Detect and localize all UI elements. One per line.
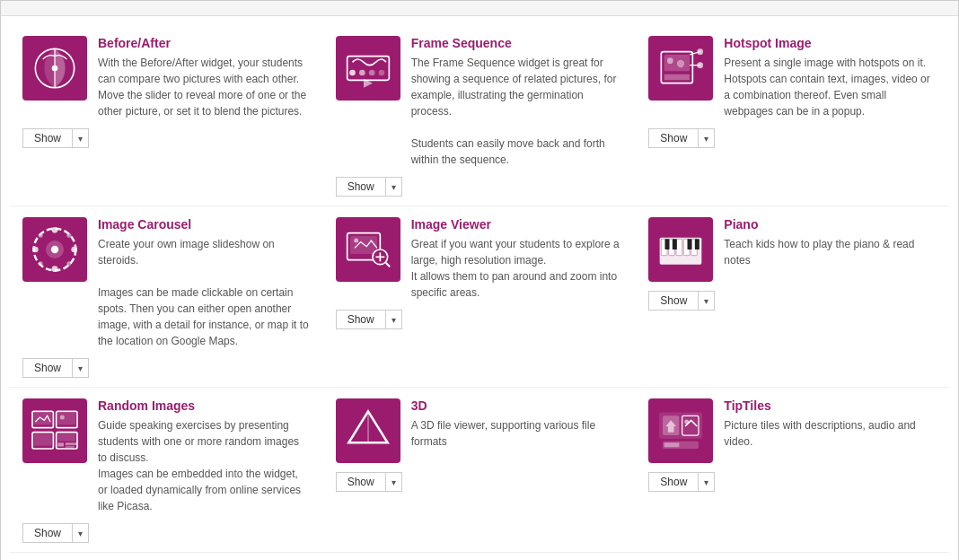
widget-top-3d: 3D A 3D file viewer, supporting various … <box>336 398 624 463</box>
svg-point-28 <box>71 247 77 253</box>
svg-rect-13 <box>664 55 690 71</box>
show-btn-container-hotspot-image: Show ▾ <box>648 128 937 148</box>
show-button-tiptiles[interactable]: Show <box>648 472 698 492</box>
widget-icon-hotspot-image <box>648 36 713 101</box>
widget-top-hotspot-image: Hotspot Image Present a single image wit… <box>648 36 937 119</box>
widget-item-frame-sequence: Frame Sequence The Frame Sequence widget… <box>323 25 637 206</box>
svg-rect-48 <box>665 239 670 249</box>
widget-desc-before-after: With the Before/After widget, your stude… <box>98 55 311 119</box>
dropdown-button-random-images[interactable]: ▾ <box>72 523 89 543</box>
widget-content-tiptiles: TipTiles Picture tiles with descriptions… <box>724 398 937 450</box>
show-button-random-images[interactable]: Show <box>22 523 72 543</box>
show-button-3d[interactable]: Show <box>336 472 385 492</box>
widget-content-3d: 3D A 3D file viewer, supporting various … <box>411 398 624 450</box>
show-btn-container-image-viewer: Show ▾ <box>336 310 624 329</box>
widget-icon-image-carousel <box>22 217 87 282</box>
show-btn-container-before-after: Show ▾ <box>22 128 311 148</box>
dropdown-button-before-after[interactable]: ▾ <box>72 128 89 148</box>
widget-content-image-viewer: Image Viewer Great if you want your stud… <box>411 217 624 301</box>
widget-top-random-images: Random Images Guide speaking exercises b… <box>22 398 311 514</box>
svg-rect-78 <box>668 426 674 433</box>
widget-item-piano: Piano Teach kids how to play the piano &… <box>636 206 949 388</box>
dropdown-button-3d[interactable]: ▾ <box>385 472 402 492</box>
widget-top-frame-sequence: Frame Sequence The Frame Sequence widget… <box>336 36 624 168</box>
widget-desc-piano: Teach kids how to play the piano & read … <box>724 236 937 268</box>
widget-desc-frame-sequence: The Frame Sequence widget is great for s… <box>411 55 624 168</box>
dropdown-button-frame-sequence[interactable]: ▾ <box>385 177 402 197</box>
widget-item-tiptiles: TipTiles Picture tiles with descriptions… <box>636 388 949 553</box>
page-container: Before/After With the Before/After widge… <box>0 0 959 560</box>
widget-item-image-viewer: Image Viewer Great if you want your stud… <box>323 206 637 388</box>
svg-rect-64 <box>66 446 75 449</box>
show-button-frame-sequence[interactable]: Show <box>336 177 385 197</box>
show-btn-container-piano: Show ▾ <box>648 291 937 311</box>
svg-point-25 <box>52 227 58 233</box>
widget-icon-image-viewer <box>336 217 400 282</box>
widget-title-3d: 3D <box>411 398 624 413</box>
show-button-before-after[interactable]: Show <box>22 128 72 148</box>
widget-content-hotspot-image: Hotspot Image Present a single image wit… <box>724 36 937 119</box>
svg-point-30 <box>66 233 71 238</box>
svg-point-26 <box>52 266 58 272</box>
svg-point-32 <box>66 261 71 266</box>
dropdown-button-piano[interactable]: ▾ <box>698 291 715 311</box>
svg-point-8 <box>368 70 374 76</box>
svg-point-57 <box>60 416 65 420</box>
svg-rect-59 <box>34 433 52 445</box>
svg-rect-63 <box>66 442 77 445</box>
widget-top-piano: Piano Teach kids how to play the piano &… <box>648 217 937 282</box>
dropdown-button-tiptiles[interactable]: ▾ <box>698 472 715 492</box>
widget-icon-frame-sequence <box>336 36 400 101</box>
svg-point-24 <box>51 246 58 253</box>
show-btn-container-3d: Show ▾ <box>336 472 624 492</box>
dropdown-button-image-viewer[interactable]: ▾ <box>385 310 402 329</box>
svg-rect-20 <box>664 74 690 81</box>
dropdown-button-image-carousel[interactable]: ▾ <box>72 358 89 378</box>
svg-rect-51 <box>695 239 699 249</box>
widget-content-frame-sequence: Frame Sequence The Frame Sequence widget… <box>411 36 624 168</box>
widget-icon-before-after <box>22 36 87 101</box>
svg-rect-45 <box>676 239 682 255</box>
widget-title-tiptiles: TipTiles <box>724 398 937 413</box>
widget-item-before-after: Before/After With the Before/After widge… <box>10 25 323 206</box>
widget-item-random-images: Random Images Guide speaking exercises b… <box>10 388 323 553</box>
svg-rect-50 <box>688 239 692 249</box>
svg-point-29 <box>39 233 43 238</box>
show-button-image-viewer[interactable]: Show <box>336 310 385 329</box>
show-button-image-carousel[interactable]: Show <box>22 358 72 378</box>
show-button-hotspot-image[interactable]: Show <box>648 128 698 148</box>
svg-point-36 <box>354 239 358 243</box>
widget-content-image-carousel: Image Carousel Create your own image sli… <box>98 217 311 349</box>
svg-point-7 <box>359 70 365 76</box>
widget-title-image-viewer: Image Viewer <box>411 217 624 232</box>
widget-title-random-images: Random Images <box>98 398 311 413</box>
svg-rect-4 <box>341 41 395 95</box>
widget-icon-tiptiles <box>648 398 713 463</box>
widget-title-image-carousel: Image Carousel <box>98 217 311 232</box>
widget-top-tiptiles: TipTiles Picture tiles with descriptions… <box>648 398 937 463</box>
widget-icon-3d <box>336 398 400 463</box>
widget-content-before-after: Before/After With the Before/After widge… <box>98 36 311 119</box>
widget-desc-image-viewer: Great if you want your students to explo… <box>411 236 624 301</box>
svg-point-27 <box>32 247 39 253</box>
page-header <box>1 1 958 16</box>
widget-grid: Before/After With the Before/After widge… <box>1 16 958 560</box>
svg-rect-61 <box>57 433 75 441</box>
widget-desc-tiptiles: Picture tiles with descriptions, audio a… <box>724 417 937 450</box>
widget-title-hotspot-image: Hotspot Image <box>724 36 937 50</box>
widget-content-random-images: Random Images Guide speaking exercises b… <box>98 398 311 514</box>
show-btn-container-frame-sequence: Show ▾ <box>336 177 624 197</box>
widget-desc-image-carousel: Create your own image slideshow on stero… <box>98 236 311 349</box>
widget-top-image-viewer: Image Viewer Great if you want your stud… <box>336 217 624 301</box>
show-button-piano[interactable]: Show <box>648 291 698 311</box>
svg-rect-76 <box>664 442 680 447</box>
dropdown-button-hotspot-image[interactable]: ▾ <box>698 128 715 148</box>
widget-content-piano: Piano Teach kids how to play the piano &… <box>724 217 937 268</box>
widget-item-youtube-player: YouTube YouTube Player Embed a streamed … <box>323 553 637 560</box>
svg-point-9 <box>378 70 384 76</box>
svg-rect-56 <box>57 413 75 424</box>
widget-icon-random-images <box>22 398 87 463</box>
widget-title-piano: Piano <box>724 217 937 232</box>
svg-point-74 <box>684 420 689 424</box>
svg-point-6 <box>349 70 356 76</box>
